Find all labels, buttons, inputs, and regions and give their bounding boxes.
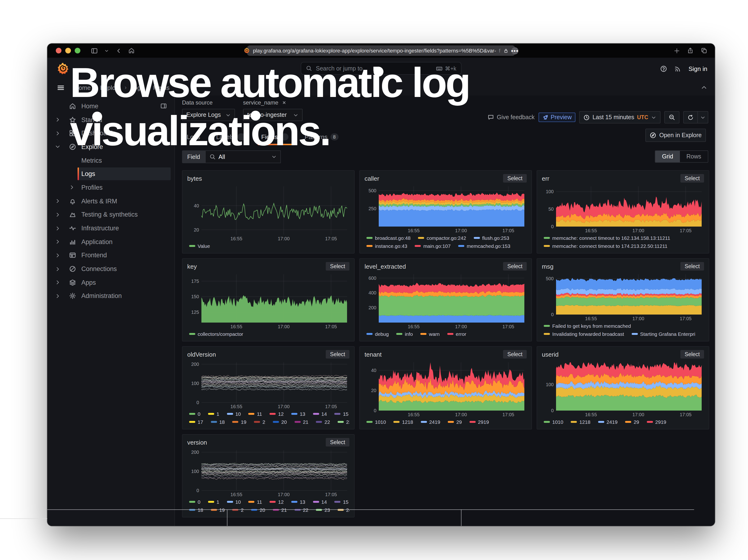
legend-item[interactable]: 29 [448, 419, 462, 424]
legend-item[interactable]: error [447, 331, 466, 336]
chevron-right-icon[interactable] [55, 130, 63, 136]
chevron-right-icon[interactable] [55, 198, 63, 204]
legend-item[interactable]: main.go:107 [415, 243, 451, 249]
legend-item[interactable]: 21 [294, 419, 308, 424]
legend-item[interactable]: 1010 [367, 419, 386, 424]
news-icon[interactable] [675, 65, 682, 72]
legend-item[interactable]: 0 [189, 411, 201, 417]
data-source-select[interactable]: Explore Logs [182, 109, 235, 121]
legend-item[interactable]: 29 [625, 419, 639, 424]
legend-item[interactable]: 1 [208, 411, 219, 417]
legend-item[interactable]: 14 [313, 499, 327, 505]
address-bar[interactable]: play.grafana.org/a/grafana-lokiexplore-a… [247, 45, 515, 56]
legend-item[interactable]: 11 [249, 499, 262, 505]
refresh-interval-dropdown[interactable] [698, 111, 708, 123]
legend-item[interactable]: 10 [227, 499, 241, 505]
legend-item[interactable]: 22 [316, 419, 330, 424]
field-filter-select[interactable]: All [205, 150, 281, 163]
tab-labels[interactable]: Labels [211, 132, 250, 142]
legend-item[interactable]: 1218 [394, 419, 413, 424]
more-options-icon[interactable]: ●●● [511, 47, 518, 54]
panel-right-icon[interactable] [160, 103, 167, 110]
chevron-right-icon[interactable] [55, 293, 63, 299]
new-tab-icon[interactable] [674, 48, 680, 54]
sidebar-item-home[interactable]: Home [47, 99, 174, 113]
legend-item[interactable]: warn [420, 331, 440, 336]
legend-item[interactable]: Starting Grafana Enterpri [632, 331, 695, 336]
tab-patterns[interactable]: Patterns8 [300, 132, 343, 142]
legend-item[interactable]: 14 [313, 411, 327, 417]
breadcrumb-item-fields[interactable]: Fields [153, 84, 169, 91]
chevron-right-icon[interactable] [55, 239, 63, 244]
chevron-down-icon[interactable] [104, 48, 109, 53]
open-in-explore-button[interactable]: Open in Explore [646, 129, 706, 142]
legend-item[interactable]: 2919 [647, 419, 667, 424]
legend-item[interactable]: 18 [211, 419, 225, 424]
legend-item[interactable]: 10 [227, 411, 241, 417]
legend-item[interactable]: instance.go:43 [367, 243, 407, 249]
view-toggle-rows[interactable]: Rows [680, 151, 708, 162]
close-window-button[interactable] [56, 48, 62, 53]
sidebar-item-dashboards[interactable]: Dashboards [47, 126, 174, 140]
time-range-picker[interactable]: Last 15 minutes UTC [579, 111, 660, 123]
legend-item[interactable]: 12 [270, 411, 284, 417]
sidebar-item-application[interactable]: Application [47, 235, 174, 249]
tab-fields[interactable]: Fields [257, 132, 293, 142]
legend-item[interactable]: 2 [254, 419, 265, 424]
chevron-right-icon[interactable] [55, 280, 63, 285]
sidebar-item-explore[interactable]: Explore [47, 140, 174, 154]
legend-item[interactable]: 1010 [544, 419, 563, 424]
select-button-key[interactable]: Select [326, 262, 349, 271]
breadcrumb[interactable]: Home›Explore›Logs›Fields [74, 84, 169, 91]
select-button-msg[interactable]: Select [680, 262, 704, 271]
legend-item[interactable]: Failed to get keys from memcached [544, 323, 631, 328]
sidebar-toggle-icon[interactable] [91, 47, 98, 54]
sidebar-item-administration[interactable]: Administration [47, 289, 174, 303]
sidebar-item-apps[interactable]: Apps [47, 276, 174, 289]
back-icon[interactable] [115, 48, 121, 54]
legend-item[interactable]: 0 [189, 499, 201, 505]
sidebar-item-infrastructure[interactable]: Infrastructure [47, 221, 174, 235]
select-button-version[interactable]: Select [326, 438, 349, 446]
legend-item[interactable]: memcache: connect timeout to 162.134.158… [544, 235, 670, 240]
legend-item[interactable]: 13 [291, 499, 305, 505]
legend-item[interactable]: 12 [270, 499, 284, 505]
select-button-oldVersion[interactable]: Select [326, 350, 349, 358]
sidebar-item-metrics[interactable]: Metrics [47, 154, 174, 167]
breadcrumb-item-logs[interactable]: Logs [131, 84, 144, 91]
legend-item[interactable]: 19 [232, 419, 246, 424]
sign-in-link[interactable]: Sign in [689, 65, 707, 72]
breadcrumb-item-home[interactable]: Home [74, 84, 91, 91]
select-button-err[interactable]: Select [680, 174, 704, 183]
sidebar-item-starred[interactable]: Starred [47, 113, 174, 126]
legend-item[interactable]: 1 [208, 499, 219, 505]
legend-item[interactable]: 2419 [421, 419, 440, 424]
legend-item[interactable]: broadcast.go:48 [367, 235, 411, 240]
chevron-down-icon[interactable] [55, 144, 63, 150]
legend-item[interactable]: debug [367, 331, 389, 336]
legend-item[interactable]: memcached.go:153 [458, 243, 510, 249]
select-button-caller[interactable]: Select [503, 174, 527, 183]
legend-item[interactable]: Value [189, 243, 210, 249]
close-icon[interactable] [282, 100, 286, 105]
tabs-overview-icon[interactable] [701, 47, 707, 54]
chevron-up-icon[interactable] [701, 84, 707, 91]
legend-item[interactable]: memcache: connect timeout to 174.213.22.… [544, 243, 668, 249]
sidebar-item-frontend[interactable]: Frontend [47, 249, 174, 262]
legend-item[interactable]: Invalidating forwarded broadcast [544, 331, 624, 336]
legend-item[interactable]: flush.go:253 [474, 235, 509, 240]
legend-item[interactable]: 2419 [598, 419, 617, 424]
view-toggle-grid[interactable]: Grid [655, 151, 680, 162]
select-button-userid[interactable]: Select [680, 350, 704, 358]
legend-item[interactable]: 2919 [469, 419, 489, 424]
breadcrumb-item-explore[interactable]: Explore [100, 84, 121, 91]
legend-item[interactable]: 13 [291, 411, 305, 417]
chevron-right-icon[interactable] [55, 253, 63, 258]
chevron-right-icon[interactable] [55, 117, 63, 122]
legend-item[interactable]: compactor.go:242 [418, 235, 466, 240]
sidebar-item-alerts-irm[interactable]: Alerts & IRM [47, 194, 174, 208]
chevron-right-icon[interactable] [55, 225, 63, 231]
chevron-right-icon[interactable] [55, 212, 63, 217]
sidebar-item-connections[interactable]: Connections [47, 262, 174, 276]
legend-item[interactable]: 11 [249, 411, 262, 417]
